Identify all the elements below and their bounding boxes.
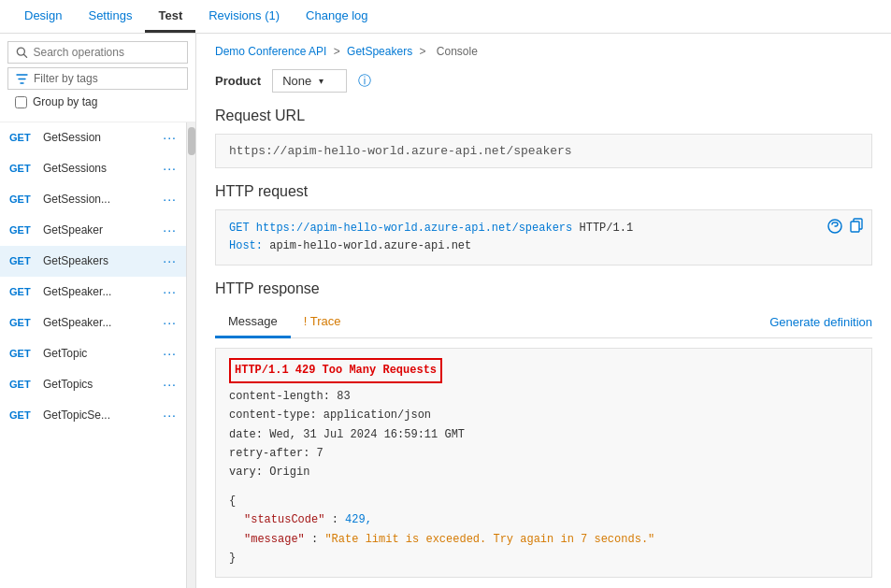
op-name: GetTopics [43,378,157,391]
sidebar-item-getspeakers[interactable]: GET GetSpeakers ··· [0,246,186,277]
resp-header-2: date: Wed, 31 Jul 2024 16:59:11 GMT [229,425,858,444]
sidebar-item-gettopics[interactable]: GET GetTopics ··· [0,369,186,400]
more-dots-icon[interactable]: ··· [163,130,177,145]
group-checkbox[interactable] [15,96,27,108]
svg-rect-4 [851,222,859,232]
breadcrumb-sep2: > [419,45,428,58]
breadcrumb-sep1: > [334,45,343,58]
search-input[interactable] [34,46,180,59]
chevron-down-icon: ▾ [319,76,323,86]
method-badge: GET [9,163,37,174]
copy-icon[interactable] [849,218,864,239]
right-panel: Demo Conference API > GetSpeakers > Cons… [196,34,891,588]
sidebar-search-area: Filter by tags Group by tag [0,34,195,122]
resp-json-block: { "statusCode" : 429, "message" : "Rate … [229,492,858,568]
http-verb: GET [229,222,250,235]
breadcrumb-page: Console [437,45,478,58]
tab-revisions[interactable]: Revisions (1) [195,1,293,33]
product-select[interactable]: None ▾ [272,69,347,93]
more-dots-icon[interactable]: ··· [163,315,177,330]
tab-test[interactable]: Test [145,1,195,33]
method-badge: GET [9,409,37,421]
breadcrumb-api[interactable]: Demo Conference API [215,45,326,58]
more-dots-icon[interactable]: ··· [163,253,177,268]
scroll-track[interactable] [186,122,195,588]
scroll-thumb[interactable] [188,127,195,155]
op-name: GetSession... [43,193,157,206]
http-request-line2: Host: apim-hello-world.azure-api.net [229,237,858,255]
http-request-line1: GET https://apim-hello-world.azure-api.n… [229,220,858,237]
status-line: HTTP/1.1 429 Too Many Requests [229,358,858,386]
resp-header-3: retry-after: 7 [229,444,858,463]
sidebar-item-getsession2[interactable]: GET GetSession... ··· [0,184,186,215]
product-row: Product None ▾ ⓘ [215,69,872,93]
resp-header-1: content-type: application/json [229,406,858,424]
method-badge: GET [9,255,37,266]
sidebar-item-getspeaker[interactable]: GET GetSpeaker ··· [0,215,186,246]
json-statuscode-line: "statusCode" : 429, [229,510,858,529]
json-message-line: "message" : "Rate limit is exceeded. Try… [229,530,858,549]
filter-icon [16,73,28,85]
sidebar-item-getspeaker3[interactable]: GET GetSpeaker... ··· [0,308,186,338]
http-status-badge: HTTP/1.1 429 Too Many Requests [229,358,442,382]
filter-label: Filter by tags [34,72,98,85]
http-url: https://apim-hello-world.azure-api.net/s… [256,222,572,235]
method-badge: GET [9,317,37,328]
sidebar-item-getspeaker2[interactable]: GET GetSpeaker... ··· [0,277,186,308]
more-dots-icon[interactable]: ··· [163,284,177,299]
sidebar-list: GET GetSession ··· GET GetSessions ··· G… [0,122,186,588]
sidebar: Filter by tags Group by tag GET GetSessi… [0,34,196,588]
app-container: Design Settings Test Revisions (1) Chang… [0,0,891,588]
response-tabs: Message ! Trace Generate definition [215,307,872,338]
more-dots-icon[interactable]: ··· [163,222,177,237]
http-response-title: HTTP response [215,280,872,297]
tab-changelog[interactable]: Change log [293,1,381,33]
filter-box[interactable]: Filter by tags [7,67,188,90]
response-body: HTTP/1.1 429 Too Many Requests content-l… [215,348,872,578]
json-key-statuscode: "statusCode" [244,513,324,526]
tab-settings[interactable]: Settings [75,1,145,33]
op-name: GetSpeaker [43,223,157,237]
more-dots-icon[interactable]: ··· [163,346,177,361]
resp-header-4: vary: Origin [229,463,858,481]
resp-header-0: content-length: 83 [229,387,858,406]
json-val-statuscode: 429, [345,513,372,526]
more-dots-icon[interactable]: ··· [163,377,177,392]
json-key-message: "message" [244,533,305,546]
method-badge: GET [9,194,37,205]
json-val-message: "Rate limit is exceeded. Try again in 7 … [324,533,654,546]
request-icons [826,218,864,239]
product-value: None [282,74,311,88]
info-icon[interactable]: ⓘ [358,73,371,90]
sidebar-item-gettopic[interactable]: GET GetTopic ··· [0,338,186,369]
more-dots-icon[interactable]: ··· [163,192,177,207]
group-check[interactable]: Group by tag [7,90,188,114]
method-badge: GET [9,348,37,359]
response-tab-trace[interactable]: ! Trace [291,307,354,338]
generate-definition-link[interactable]: Generate definition [769,308,872,337]
more-dots-icon[interactable]: ··· [163,408,177,423]
more-dots-icon[interactable]: ··· [163,161,177,176]
op-name: GetTopic [43,347,157,360]
http-request-title: HTTP request [215,183,872,200]
tab-design[interactable]: Design [11,1,75,33]
sidebar-item-getsession[interactable]: GET GetSession ··· [0,122,186,153]
host-value: apim-hello-world.azure-api.net [269,239,471,252]
request-url-title: Request URL [215,108,872,124]
copy-curl-icon[interactable] [826,218,843,239]
group-label: Group by tag [33,95,97,108]
op-name: GetSpeaker... [43,285,157,298]
top-nav: Design Settings Test Revisions (1) Chang… [0,0,891,34]
svg-line-1 [23,54,26,57]
response-tab-message[interactable]: Message [215,307,291,338]
method-badge: GET [9,224,37,236]
op-name: GetSession [43,131,157,144]
sidebar-item-getsessions[interactable]: GET GetSessions ··· [0,153,186,184]
sidebar-item-gettopicse[interactable]: GET GetTopicSe... ··· [0,400,186,431]
breadcrumb-operation[interactable]: GetSpeakers [347,45,412,58]
json-open-brace: { [229,492,858,510]
method-badge: GET [9,132,37,143]
op-name: GetTopicSe... [43,409,157,422]
search-box[interactable] [7,41,188,64]
op-name: GetSpeakers [43,254,157,267]
